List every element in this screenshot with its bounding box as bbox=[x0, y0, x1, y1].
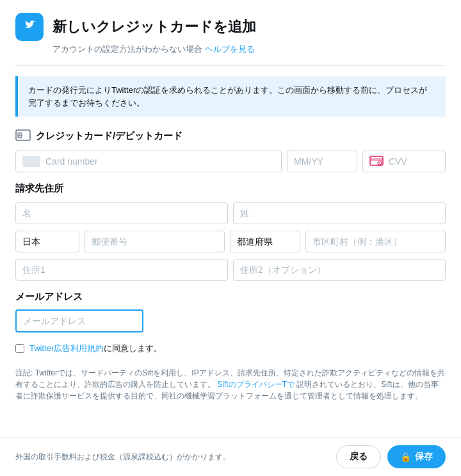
card-section: クレジットカード/デビットカード bbox=[15, 129, 446, 172]
svg-point-7 bbox=[379, 161, 381, 163]
footer-text: 外国の取引手数料および税金（源泉課税込む）がかかります。 bbox=[15, 452, 230, 463]
prefecture-select[interactable]: 都道府県 東京都 大阪府 bbox=[237, 231, 296, 252]
cvv-input[interactable] bbox=[389, 156, 461, 167]
info-banner: カードの発行元によりTwitterの認証を求められることがあります。この画面から… bbox=[15, 76, 446, 117]
svg-rect-5 bbox=[370, 158, 383, 161]
save-button[interactable]: 🔒 保存 bbox=[387, 445, 446, 468]
country-select[interactable]: 日本 アメリカ その他 bbox=[22, 231, 75, 252]
prefecture-select-wrapper[interactable]: 都道府県 東京都 大阪府 bbox=[230, 231, 300, 252]
card-chip-icon bbox=[15, 129, 31, 143]
card-number-input[interactable] bbox=[45, 156, 275, 167]
zip-input[interactable] bbox=[85, 231, 225, 252]
address1-input[interactable] bbox=[15, 259, 228, 281]
header-divider bbox=[15, 65, 446, 66]
country-select-wrapper[interactable]: 日本 アメリカ その他 bbox=[15, 231, 79, 252]
header-subtitle: アカウントの設定方法がわからない場合 ヘルプを見る bbox=[53, 44, 446, 55]
page-title: 新しいクレジットカードを追加 bbox=[53, 17, 256, 37]
email-input[interactable] bbox=[15, 309, 143, 332]
email-title: メールアドレス bbox=[15, 291, 446, 303]
notes-section: 注記: Twitterでは、サードパーティのSiftを利用し、IPアドレス、請求… bbox=[15, 367, 446, 402]
last-name-input[interactable] bbox=[233, 202, 446, 224]
terms-checkbox[interactable] bbox=[15, 344, 24, 353]
address-row1: 日本 アメリカ その他 都道府県 東京都 大阪府 bbox=[15, 231, 446, 252]
city-input[interactable] bbox=[305, 231, 446, 252]
help-link[interactable]: ヘルプを見る bbox=[205, 44, 255, 54]
twitter-icon bbox=[15, 13, 44, 41]
billing-section: 請求先住所 日本 アメリカ その他 都道府県 bbox=[15, 183, 446, 281]
lock-icon: 🔒 bbox=[400, 452, 411, 462]
main-content: 新しいクレジットカードを追加 アカウントの設定方法がわからない場合 ヘルプを見る… bbox=[0, 0, 461, 437]
card-number-wrapper[interactable] bbox=[15, 151, 282, 172]
mm-yy-input[interactable] bbox=[287, 151, 357, 172]
back-button[interactable]: 戻る bbox=[336, 445, 381, 468]
page-wrapper: 新しいクレジットカードを追加 アカウントの設定方法がわからない場合 ヘルプを見る… bbox=[0, 0, 461, 476]
save-label: 保存 bbox=[415, 451, 433, 463]
card-brand-icon bbox=[22, 156, 40, 167]
checkbox-row: Twitter広告利用規約に同意します。 bbox=[15, 343, 446, 354]
cvv-wrapper[interactable] bbox=[362, 151, 446, 172]
card-input-row bbox=[15, 151, 446, 172]
address-row2 bbox=[15, 259, 446, 281]
email-section: メールアドレス bbox=[15, 291, 446, 332]
name-row bbox=[15, 202, 446, 224]
first-name-input[interactable] bbox=[15, 202, 228, 224]
card-section-label: クレジットカード/デビットカード bbox=[15, 129, 446, 143]
terms-link[interactable]: Twitter広告利用規約 bbox=[29, 343, 104, 353]
address2-input[interactable] bbox=[233, 259, 446, 281]
footer: 外国の取引手数料および税金（源泉課税込む）がかかります。 戻る 🔒 保存 bbox=[0, 437, 461, 476]
footer-buttons: 戻る 🔒 保存 bbox=[336, 445, 446, 468]
header: 新しいクレジットカードを追加 bbox=[15, 13, 446, 41]
cvv-icon bbox=[369, 156, 384, 168]
billing-title: 請求先住所 bbox=[15, 183, 446, 195]
sift-privacy-link[interactable]: SiftのプライバシーTで bbox=[217, 380, 295, 389]
